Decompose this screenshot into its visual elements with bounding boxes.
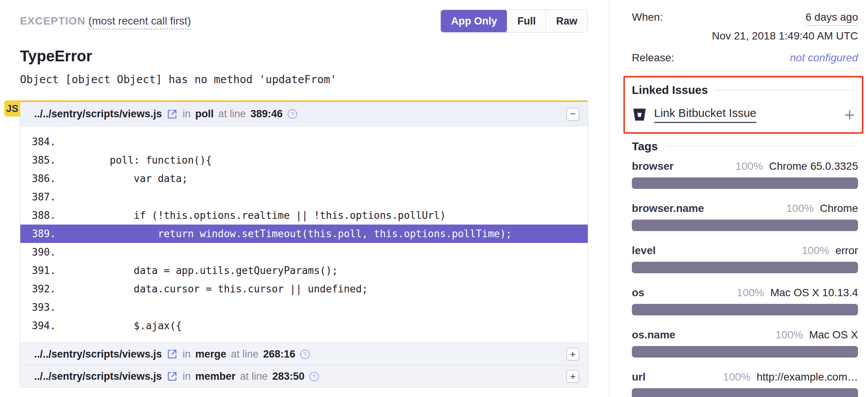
collapsed-frame-row[interactable]: ../../sentry/scripts/views.js in member … xyxy=(20,365,588,387)
code-line: 384. xyxy=(20,133,588,151)
when-relative[interactable]: 6 days ago xyxy=(806,11,858,26)
view-toggle-button[interactable]: App Only xyxy=(441,10,507,32)
error-message: Object [object Object] has no method 'up… xyxy=(20,73,587,86)
line-code: data.cursor = this.cursor || undefined; xyxy=(62,283,368,295)
add-linked-issue-button[interactable]: + xyxy=(844,108,855,122)
linked-issues-heading-row: Linked Issues xyxy=(632,84,855,97)
frame-header[interactable]: ../../sentry/scripts/views.js in poll at… xyxy=(20,102,588,126)
source-context: 384. 385. poll: function(){ 386. var dat… xyxy=(20,126,588,343)
svg-text:?: ? xyxy=(304,351,307,357)
frame-line-col: 283:50 xyxy=(272,371,304,382)
line-number: 392. xyxy=(32,280,62,298)
frame-filename[interactable]: ../../sentry/scripts/views.js xyxy=(34,371,162,382)
code-line: 387. xyxy=(20,188,588,206)
expand-frame-button[interactable]: + xyxy=(566,348,579,361)
release-value[interactable]: not configured xyxy=(790,51,858,64)
tags-list: browser 100% Chrome 65.0.3325 browser.na… xyxy=(632,160,858,397)
line-code: if (!this.options.realtime || !this.opti… xyxy=(62,210,446,221)
in-label: in xyxy=(182,108,191,120)
tag-percentage: 100% xyxy=(786,202,814,215)
tag-value: Mac OS X xyxy=(809,328,858,341)
exception-panel: EXCEPTION (most recent call first) App O… xyxy=(0,0,610,397)
expand-frame-button[interactable]: + xyxy=(566,370,579,383)
when-row: When: 6 days ago xyxy=(632,11,858,26)
tag-item-header: url 100% http://example.com… xyxy=(632,371,858,384)
external-link-icon[interactable] xyxy=(166,108,178,120)
code-line: 390. xyxy=(20,243,588,261)
code-line: 386. var data; xyxy=(20,169,588,188)
code-line: 389. return window.setTimeout(this.poll,… xyxy=(20,225,588,243)
bitbucket-icon xyxy=(632,108,647,122)
heading-rule xyxy=(666,146,858,147)
collapse-frame-button[interactable]: − xyxy=(566,108,579,121)
line-code: var data; xyxy=(62,173,188,184)
in-label: in xyxy=(182,371,191,382)
help-icon[interactable]: ? xyxy=(309,371,319,382)
frame-filename[interactable]: ../../sentry/scripts/views.js xyxy=(34,348,162,360)
tag-percentage: 100% xyxy=(735,160,763,173)
tag-distribution-bar xyxy=(632,346,858,358)
tag-item: url 100% http://example.com… xyxy=(632,371,858,397)
at-line-label: at line xyxy=(231,348,258,360)
tag-distribution-bar xyxy=(632,262,858,273)
tag-value: Mac OS X 10.13.4 xyxy=(770,286,858,299)
frame-line-col: 389:46 xyxy=(250,108,283,120)
section-title: EXCEPTION xyxy=(20,15,85,27)
frame-function: poll xyxy=(195,108,214,120)
tag-percentage: 100% xyxy=(776,328,803,341)
tag-item: os.name 100% Mac OS X xyxy=(632,328,858,358)
tag-value: error xyxy=(835,244,858,257)
exception-header: EXCEPTION (most recent call first) App O… xyxy=(20,10,587,32)
stacktrace-view-toggle: App OnlyFullRaw xyxy=(441,10,587,32)
link-bitbucket-issue-link[interactable]: Link Bitbucket Issue xyxy=(654,107,756,123)
release-label: Release: xyxy=(632,51,674,64)
tag-item-header: browser 100% Chrome 65.0.3325 xyxy=(632,160,858,173)
tags-heading: Tags xyxy=(632,140,658,153)
in-label: in xyxy=(182,348,191,360)
frame-filename[interactable]: ../../sentry/scripts/views.js xyxy=(34,108,162,120)
line-code: return window.setTimeout(this.poll, this… xyxy=(62,228,512,240)
tag-distribution-bar xyxy=(632,177,858,189)
tag-distribution-bar xyxy=(632,304,858,315)
code-line: 391. data = app.utils.getQueryParams(); xyxy=(20,261,588,280)
collapsed-frames: ../../sentry/scripts/views.js in merge a… xyxy=(20,343,588,387)
code-line: 385. poll: function(){ xyxy=(20,151,588,169)
frame-function: merge xyxy=(195,348,226,360)
tag-key: level xyxy=(632,244,656,257)
linked-issues-heading: Linked Issues xyxy=(632,84,708,97)
tag-key: browser.name xyxy=(632,202,704,215)
tags-heading-row: Tags xyxy=(632,140,858,153)
line-code: poll: function(){ xyxy=(62,154,212,166)
call-order-note[interactable]: (most recent call first) xyxy=(89,15,191,30)
external-link-icon[interactable] xyxy=(166,371,178,382)
tag-value: http://example.com… xyxy=(756,371,858,384)
code-line: 393. xyxy=(20,298,588,317)
external-link-icon[interactable] xyxy=(166,348,178,360)
tag-item: os 100% Mac OS X 10.13.4 xyxy=(632,286,858,315)
when-absolute: Nov 21, 2018 1:49:40 AM UTC xyxy=(632,30,858,42)
view-toggle-button[interactable]: Raw xyxy=(546,10,587,32)
link-bitbucket-row: Link Bitbucket Issue + xyxy=(632,107,855,123)
tag-item-header: os 100% Mac OS X 10.13.4 xyxy=(632,286,858,299)
tag-item: level 100% error xyxy=(632,244,858,273)
tag-item-header: level 100% error xyxy=(632,244,858,257)
code-line: 392. data.cursor = this.cursor || undefi… xyxy=(20,280,588,298)
view-toggle-button[interactable]: Full xyxy=(507,10,546,32)
tag-key: url xyxy=(632,371,646,384)
error-type: TypeError xyxy=(20,48,587,65)
line-number: 394. xyxy=(32,317,62,335)
help-icon[interactable]: ? xyxy=(300,349,310,359)
help-icon[interactable]: ? xyxy=(287,109,298,119)
tag-percentage: 100% xyxy=(802,244,829,257)
js-platform-badge: JS xyxy=(4,100,20,116)
line-number: 390. xyxy=(32,243,62,261)
line-number: 391. xyxy=(32,261,62,280)
tag-item-header: os.name 100% Mac OS X xyxy=(632,328,858,341)
at-line-label: at line xyxy=(240,371,268,382)
tag-percentage: 100% xyxy=(723,371,751,384)
collapsed-frame-row[interactable]: ../../sentry/scripts/views.js in merge a… xyxy=(20,343,588,365)
tag-distribution-bar xyxy=(632,220,858,231)
line-number: 387. xyxy=(32,188,62,206)
line-number: 385. xyxy=(32,151,62,169)
tag-distribution-bar xyxy=(632,388,858,397)
